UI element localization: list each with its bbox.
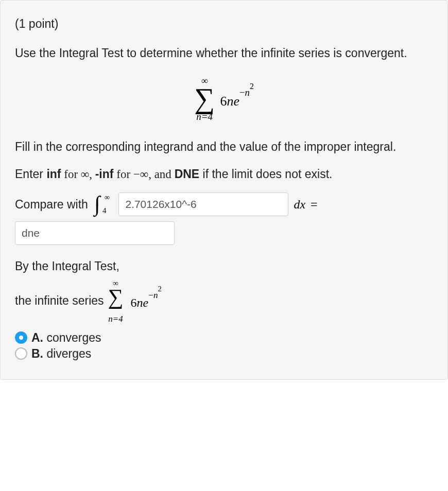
option-a-row[interactable]: A. converges — [15, 331, 433, 345]
option-b-label: B. diverges — [31, 347, 91, 361]
option-a-label: A. converges — [31, 331, 101, 345]
radio-selected-icon[interactable] — [15, 331, 27, 344]
series-display-main: ∞ ∑ n=4 6ne−n2 — [15, 76, 433, 121]
radio-unselected-icon[interactable] — [15, 347, 27, 360]
series-term: 6ne−n2 — [220, 90, 253, 108]
points-label: (1 point) — [15, 15, 433, 33]
compare-label: Compare with — [15, 196, 88, 214]
series-term-inline: 6ne−n2 — [131, 292, 162, 310]
integral-icon: ∫ ∞ 4 — [94, 195, 100, 214]
sigma-symbol: ∑ — [194, 85, 215, 112]
instruction-integrand: Fill in the corresponding integrand and … — [15, 138, 433, 156]
conclusion-line-2: the infinite series — [15, 292, 104, 310]
option-b-row[interactable]: B. diverges — [15, 347, 433, 361]
integrand-input[interactable] — [118, 192, 288, 216]
problem-card: (1 point) Use the Integral Test to deter… — [0, 0, 448, 380]
prompt-text: Use the Integral Test to determine wheth… — [15, 44, 433, 62]
sigma-lower: n=4 — [196, 112, 213, 121]
integral-upper: ∞ — [105, 194, 110, 202]
sigma-icon-inline: ∞ ∑ n=4 — [108, 278, 124, 324]
dx-equals: dx = — [294, 198, 317, 212]
sigma-icon: ∞ ∑ n=4 — [194, 76, 215, 121]
conclusion-line-1: By the Integral Test, — [15, 257, 433, 275]
compare-row: Compare with ∫ ∞ 4 dx = — [15, 192, 433, 216]
conclusion-series-row: the infinite series ∞ ∑ n=4 6ne−n2 — [15, 278, 433, 324]
integral-lower: 4 — [102, 206, 107, 215]
integral-result-input[interactable] — [15, 221, 175, 245]
instruction-inf: Enter inf for ∞, -inf for −∞, and DNE if… — [15, 165, 433, 184]
